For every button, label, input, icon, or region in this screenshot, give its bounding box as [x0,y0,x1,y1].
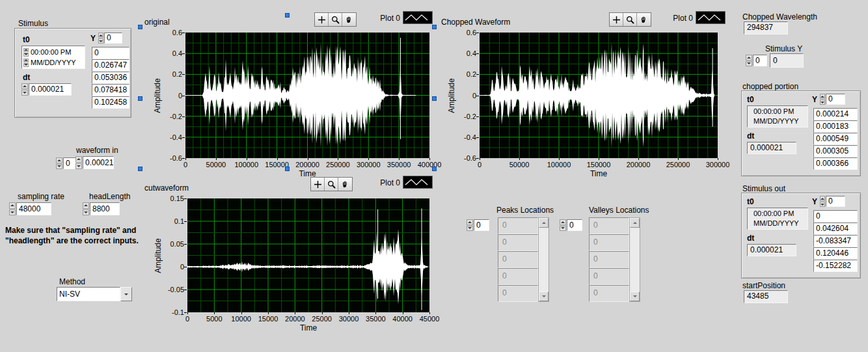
zoom-tool-button[interactable] [623,13,637,26]
valleys-index-control[interactable]: 0 [560,219,582,231]
index-spinner[interactable] [820,196,825,207]
x-tick-mark [678,158,679,160]
cursor-tool-button[interactable] [315,13,329,26]
peaks-scrollbar[interactable] [538,217,549,302]
y-tick-mark [182,116,185,117]
cursor-tool-button[interactable] [311,178,325,191]
y-tick-mark [476,137,479,138]
pan-tool-button[interactable] [637,13,651,26]
stimulus-y-index-control[interactable]: 0 [746,55,767,66]
y-index-value[interactable]: 0 [826,94,845,105]
y-tick-label: 0.4 [446,49,476,58]
cursor-tool-button[interactable] [610,13,623,26]
array-element[interactable]: 0.078418 [92,84,129,96]
t0-control[interactable]: 00:00:00 PM MM/DD/YYYY [21,46,85,69]
method-value[interactable]: NI-SV [57,287,120,301]
magnifier-icon [331,16,340,24]
original-graph[interactable]: 0.60.40.20-0.2-0.4-0.6050000100000150000… [142,25,436,176]
plot-legend-icon[interactable] [403,11,433,24]
cutwaveform-graph[interactable]: 0.150.10.050-0.05-0.10500010000150002000… [142,190,436,350]
waveform-in-index-value[interactable]: 0 [63,157,76,169]
scroll-track[interactable] [539,228,549,291]
array-element[interactable]: 0.102458 [92,96,129,109]
selection-handle[interactable] [138,25,142,29]
dt-control[interactable]: 0.000021 [21,83,72,96]
array-element[interactable]: 0.053036 [92,72,129,84]
index-spinner[interactable] [560,219,566,231]
valleys-array-element: 0 [589,285,629,302]
y-index-control[interactable]: 0 [820,94,845,105]
zoom-tool-button[interactable] [325,178,338,191]
waveform-in-index[interactable]: 0 [56,157,76,169]
y-tick-label: -0.4 [152,133,182,142]
index-spinner[interactable] [98,33,103,44]
t0-date: MM/DD/YYYY [753,219,807,228]
t0-indicator: 00:00:00 PM MM/DD/YYYY [747,208,808,230]
stimulus-y-index-value[interactable]: 0 [753,55,767,66]
date-spinner[interactable] [23,59,29,67]
increment-decrement[interactable] [75,156,82,169]
x-tick-mark [429,158,430,160]
scroll-up-button[interactable] [630,218,640,228]
x-tick-label: 100000 [230,160,263,169]
selection-handle[interactable] [432,167,437,171]
x-tick-label: 100000 [543,160,575,169]
sampling-rate-control[interactable]: 48000 [9,202,51,215]
valleys-array-element: 0 [589,234,629,251]
t0-date[interactable]: MM/DD/YYYY [31,58,76,68]
chopped-waveform-graph[interactable]: 0.60.40.20-0.2-0.4-0.6050000100000150000… [437,25,731,176]
selection-handle[interactable] [138,167,142,171]
y-index-control[interactable]: 0 [820,196,845,207]
x-axis-label: Time [480,169,718,178]
crosshair-icon [314,180,322,189]
increment-decrement[interactable] [21,83,28,96]
index-spinner[interactable] [56,157,62,169]
scroll-down-button[interactable] [630,291,640,301]
headlength-control[interactable]: 8800 [83,202,120,215]
sampling-rate-value[interactable]: 48000 [16,202,51,215]
peaks-array-element: 0 [498,285,538,302]
t0-time[interactable]: 00:00:00 PM [31,47,71,57]
dropdown-arrow-button[interactable] [120,287,132,301]
t0-time: 00:00:00 PM [753,107,807,116]
method-dropdown[interactable]: NI-SV [57,287,132,301]
increment-decrement[interactable] [9,202,16,215]
index-spinner[interactable] [467,219,473,231]
y-index-value[interactable]: 0 [104,33,122,44]
y-index-value[interactable]: 0 [826,196,845,207]
dt-value[interactable]: 0.000021 [29,83,72,96]
scroll-track[interactable] [630,228,640,291]
x-tick-mark [368,158,369,160]
waveform-in-value[interactable]: 0.000213 [83,156,114,169]
plot-legend-label: Plot 0 [372,178,400,187]
y-index-control[interactable]: 0 [98,33,122,44]
index-spinner[interactable] [746,55,752,66]
plot-legend-icon[interactable] [696,11,726,24]
peaks-index-control[interactable]: 0 [467,219,489,231]
headlength-value[interactable]: 8800 [90,202,120,215]
peaks-index-value[interactable]: 0 [474,219,489,231]
selection-handle[interactable] [432,96,437,101]
zoom-tool-button[interactable] [329,13,342,26]
time-spinner[interactable] [23,48,29,57]
array-element[interactable]: 0.026747 [92,59,129,72]
selection-handle[interactable] [285,167,290,171]
selection-handle[interactable] [138,96,142,101]
selection-handle[interactable] [432,25,437,29]
plot-legend-icon[interactable] [403,176,433,189]
pan-tool-button[interactable] [338,178,352,191]
waveform-in-control[interactable]: 0.000213 [75,156,114,169]
x-tick-label: 0 [169,160,202,169]
valleys-scrollbar[interactable] [629,217,640,302]
index-spinner[interactable] [820,94,825,105]
scroll-up-button[interactable] [539,218,549,228]
stimulus-out-label: Stimulus out [742,184,785,193]
valleys-index-value[interactable]: 0 [567,219,582,231]
valleys-array-element: 0 [589,217,629,234]
scroll-down-button[interactable] [539,291,549,301]
increment-decrement[interactable] [83,202,89,215]
t0-date: MM/DD/YYYY [753,116,807,126]
selection-handle[interactable] [285,13,290,18]
pan-tool-button[interactable] [342,13,356,26]
array-element[interactable]: 0 [92,47,129,59]
